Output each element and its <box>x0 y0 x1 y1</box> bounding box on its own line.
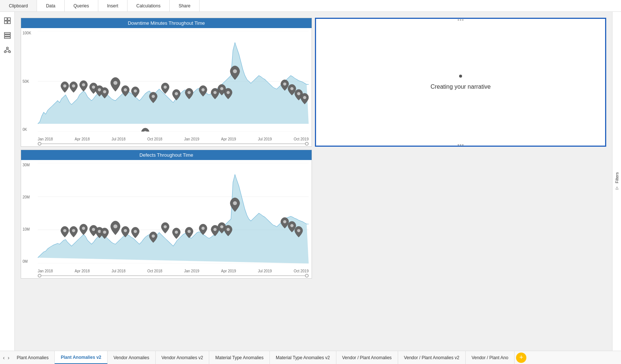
svg-point-36 <box>290 87 293 90</box>
tab-next-button[interactable]: › <box>6 355 11 361</box>
svg-line-10 <box>5 49 7 51</box>
svg-point-7 <box>6 47 8 49</box>
toolbar-share[interactable]: Share <box>170 0 200 11</box>
svg-point-54 <box>175 231 178 234</box>
svg-point-50 <box>124 229 127 232</box>
svg-point-49 <box>113 224 118 228</box>
svg-point-18 <box>82 83 85 86</box>
svg-point-56 <box>201 227 205 230</box>
defects-y-axis: 30M 20M 10M 0M <box>23 163 30 263</box>
defects-chart-body[interactable]: 30M 20M 10M 0M <box>21 160 312 278</box>
svg-rect-5 <box>4 35 10 36</box>
narrative-top-handle <box>455 19 466 21</box>
tab-prev-button[interactable]: ‹ <box>1 355 6 361</box>
svg-point-52 <box>152 235 155 238</box>
svg-point-9 <box>9 51 10 53</box>
tab-material-type-anomalies-v2[interactable]: Material Type Anomalies v2 <box>270 351 336 364</box>
tab-plant-anomalies-v2[interactable]: Plant Anomalies v2 <box>55 351 108 364</box>
svg-point-23 <box>124 88 127 91</box>
toolbar-clipboard[interactable]: Clipboard <box>0 0 37 11</box>
report-icon[interactable] <box>1 15 13 27</box>
tab-vendor-anomalies-v2[interactable]: Vendor Anomalies v2 <box>156 351 210 364</box>
narrative-loading-indicator <box>459 75 462 78</box>
toolbar-queries[interactable]: Queries <box>65 0 98 11</box>
sidebar <box>0 12 15 351</box>
svg-point-46 <box>92 228 95 231</box>
downtime-chart-panel: Downtime Minutes Throughout Time 100K 50… <box>21 18 312 147</box>
toolbar-data[interactable]: Data <box>37 0 64 11</box>
svg-rect-1 <box>8 18 10 20</box>
svg-point-38 <box>303 96 306 99</box>
toolbar: Clipboard Data Queries Insert Calculatio… <box>0 0 621 12</box>
tab-vendor-plant-anomalies[interactable]: Vendor / Plant Anomalies <box>336 351 398 364</box>
svg-point-61 <box>283 220 286 223</box>
svg-point-45 <box>82 227 85 230</box>
svg-point-24 <box>134 89 137 92</box>
downtime-chart-body[interactable]: 100K 50K 0K <box>21 28 312 146</box>
downtime-slider-left[interactable] <box>38 142 41 146</box>
svg-point-22 <box>113 81 118 85</box>
svg-point-48 <box>103 231 106 234</box>
svg-point-58 <box>220 225 224 228</box>
svg-point-53 <box>164 225 167 228</box>
svg-point-37 <box>297 92 301 95</box>
tab-vendor-anomalies[interactable]: Vendor Anomalies <box>108 351 156 364</box>
svg-point-43 <box>63 229 67 232</box>
svg-point-21 <box>103 90 106 93</box>
downtime-chart-svg <box>38 31 309 132</box>
svg-point-28 <box>175 92 178 95</box>
filters-arrow-icon: ▽ <box>615 186 619 190</box>
defects-slider-right[interactable] <box>305 274 309 278</box>
tab-vendor-plant-anomalies-v2[interactable]: Vendor / Plant Anomalies v2 <box>398 351 466 364</box>
svg-rect-3 <box>8 21 10 24</box>
svg-point-30 <box>201 88 205 91</box>
svg-point-8 <box>4 51 6 53</box>
svg-point-17 <box>72 84 75 87</box>
tab-material-type-anomalies[interactable]: Material Type Anomalies <box>209 351 270 364</box>
svg-point-63 <box>297 229 301 232</box>
downtime-slider-right[interactable] <box>305 142 309 146</box>
svg-rect-0 <box>4 18 7 20</box>
downtime-slider[interactable] <box>38 141 309 146</box>
svg-rect-2 <box>4 21 7 24</box>
defects-slider[interactable] <box>38 273 309 278</box>
svg-point-34 <box>233 69 237 73</box>
defects-slider-left[interactable] <box>38 274 41 278</box>
defects-chart-title: Defects Throughout Time <box>21 150 312 160</box>
svg-point-29 <box>187 91 191 94</box>
svg-point-44 <box>72 229 75 232</box>
tab-vendor-plant-ano[interactable]: Vendor / Plant Ano <box>466 351 515 364</box>
main-layout: Downtime Minutes Throughout Time 100K 50… <box>0 12 621 351</box>
svg-point-26 <box>152 95 155 98</box>
filters-label: ▽ Filters <box>615 172 619 190</box>
downtime-y-axis: 100K 50K 0K <box>23 31 31 132</box>
defects-chart-panel: Defects Throughout Time 30M 20M 10M 0M <box>21 150 312 279</box>
svg-point-32 <box>220 87 224 90</box>
svg-point-31 <box>213 91 217 94</box>
downtime-chart-title: Downtime Minutes Throughout Time <box>21 18 312 28</box>
narrative-panel[interactable]: Creating your narrative <box>315 18 606 147</box>
toolbar-calculations[interactable]: Calculations <box>128 0 170 11</box>
tab-plant-anomalies[interactable]: Plant Anomalies <box>11 351 55 364</box>
svg-line-11 <box>7 49 10 51</box>
svg-point-62 <box>290 224 293 227</box>
svg-point-59 <box>227 228 230 231</box>
svg-point-60 <box>233 201 237 205</box>
svg-point-27 <box>164 86 167 89</box>
svg-point-55 <box>187 230 191 233</box>
defects-x-axis: Jan 2018 Apr 2018 Jul 2018 Oct 2018 Jan … <box>38 269 309 273</box>
svg-point-20 <box>98 88 101 91</box>
tab-add-button[interactable]: + <box>516 353 526 363</box>
svg-point-33 <box>227 91 230 94</box>
svg-point-51 <box>134 230 137 233</box>
bottom-right-empty <box>315 150 606 279</box>
model-icon[interactable] <box>1 44 13 56</box>
narrative-bottom-handle <box>458 144 464 146</box>
downtime-x-axis: Jan 2018 Apr 2018 Jul 2018 Oct 2018 Jan … <box>38 137 309 141</box>
toolbar-insert[interactable]: Insert <box>98 0 128 11</box>
bottom-tabs-bar: ‹ › Plant Anomalies Plant Anomalies v2 V… <box>0 351 621 364</box>
charts-grid: Downtime Minutes Throughout Time 100K 50… <box>21 18 606 279</box>
svg-rect-4 <box>4 33 10 34</box>
data-icon[interactable] <box>1 30 13 41</box>
filters-panel[interactable]: ▽ Filters <box>612 12 621 351</box>
